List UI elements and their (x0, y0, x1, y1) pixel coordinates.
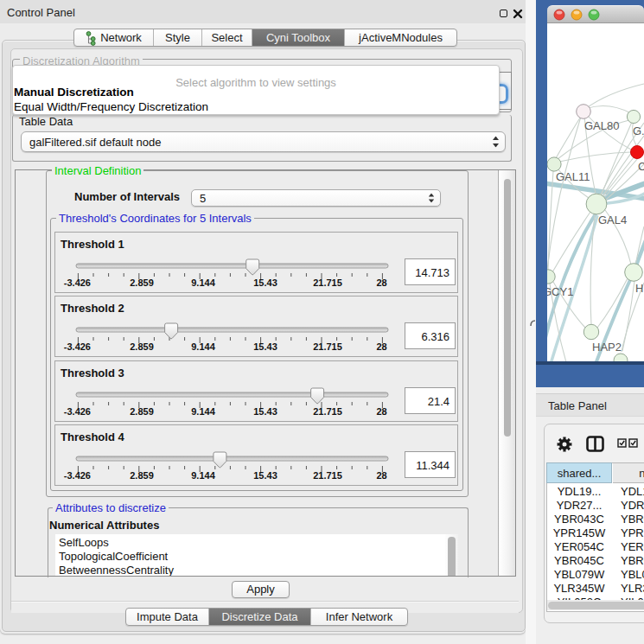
svg-text:9.144: 9.144 (191, 406, 215, 417)
svg-text:21.715: 21.715 (313, 406, 342, 417)
svg-text:28: 28 (376, 470, 386, 481)
svg-text:21.715: 21.715 (313, 277, 342, 288)
svg-text:9.144: 9.144 (191, 470, 215, 481)
svg-text:H: H (635, 282, 643, 295)
svg-text:28: 28 (376, 277, 386, 288)
svg-text:GAL11: GAL11 (556, 170, 590, 183)
svg-text:15.43: 15.43 (253, 470, 277, 481)
svg-text:HAP2: HAP2 (592, 341, 622, 354)
svg-text:15.43: 15.43 (253, 277, 277, 288)
svg-text:GCY1: GCY1 (547, 285, 573, 298)
svg-text:9.144: 9.144 (191, 341, 215, 352)
svg-text:GAL80: GAL80 (584, 119, 619, 132)
svg-text:2.859: 2.859 (130, 470, 154, 481)
svg-text:G.: G. (633, 124, 644, 137)
svg-text:-3.426: -3.426 (64, 406, 91, 417)
svg-text:9.144: 9.144 (191, 277, 215, 288)
svg-text:15.43: 15.43 (253, 406, 277, 417)
svg-text:-3.426: -3.426 (64, 277, 91, 288)
svg-text:21.715: 21.715 (313, 341, 342, 352)
svg-text:C: C (638, 160, 644, 173)
svg-text:-3.426: -3.426 (64, 341, 91, 352)
svg-text:-3.426: -3.426 (64, 470, 91, 481)
svg-text:21.715: 21.715 (313, 470, 342, 481)
svg-text:2.859: 2.859 (130, 341, 154, 352)
svg-text:GAL4: GAL4 (598, 214, 627, 226)
svg-text:15.43: 15.43 (253, 341, 277, 352)
svg-text:28: 28 (376, 341, 386, 352)
svg-text:2.859: 2.859 (130, 277, 154, 288)
svg-text:2.859: 2.859 (130, 406, 154, 417)
svg-text:28: 28 (376, 406, 386, 417)
